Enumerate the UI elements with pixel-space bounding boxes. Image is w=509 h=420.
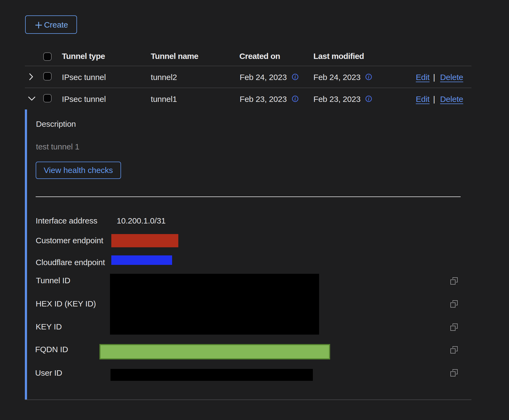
svg-text:i: i: [368, 74, 369, 80]
svg-text:i: i: [294, 74, 296, 80]
svg-text:i: i: [368, 96, 369, 102]
svg-text:i: i: [294, 96, 296, 102]
